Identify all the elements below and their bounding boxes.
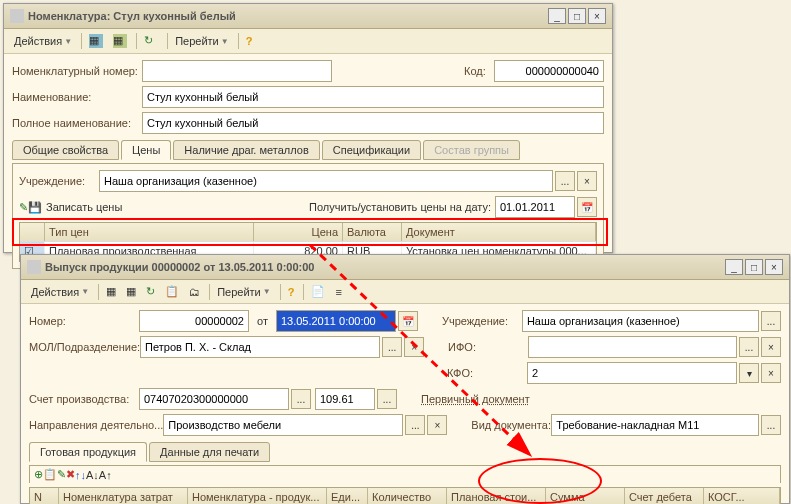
sort-desc-icon[interactable]: А↑: [99, 469, 112, 481]
toolbar-icon-3[interactable]: ↻: [140, 32, 162, 50]
label-code: Код:: [464, 65, 494, 77]
close-button[interactable]: ×: [588, 8, 606, 24]
calendar-icon[interactable]: 📅: [398, 311, 418, 331]
date-input[interactable]: [495, 196, 575, 218]
window-title: Номенклатура: Стул кухонный белый: [28, 10, 546, 22]
num-input[interactable]: [139, 310, 249, 332]
col-qty[interactable]: Количество: [368, 488, 447, 504]
maximize-button[interactable]: □: [568, 8, 586, 24]
tab-prices[interactable]: Цены: [121, 140, 171, 160]
select-button[interactable]: ...: [405, 415, 425, 435]
actions-menu[interactable]: Действия▼: [10, 33, 76, 49]
delete-row-icon[interactable]: ✖: [66, 468, 75, 481]
help-icon[interactable]: ?: [284, 284, 299, 300]
select-button[interactable]: ...: [382, 337, 402, 357]
label-getset: Получить/установить цены на дату:: [309, 201, 491, 213]
products-grid: N Номенклатура затрат Номенклатура - про…: [29, 487, 781, 504]
col-currency[interactable]: Валюта: [343, 223, 402, 241]
org-input[interactable]: [99, 170, 553, 192]
label-ifo: ИФО:: [448, 341, 528, 353]
col-doc[interactable]: Документ: [402, 223, 596, 241]
help-icon[interactable]: ?: [242, 33, 257, 49]
col-kosg[interactable]: КОСГ...: [704, 488, 780, 504]
toolbar-icon[interactable]: 📄: [307, 283, 329, 300]
clear-button[interactable]: ×: [427, 415, 447, 435]
col-deb[interactable]: Счет дебета: [625, 488, 704, 504]
app-icon: [27, 260, 41, 274]
acct2-input[interactable]: [315, 388, 375, 410]
label-org: Учреждение:: [442, 315, 522, 327]
toolbar-2: Действия▼ ▦ ▦ ↻ 📋 🗂 Перейти▼ ? 📄 ≡: [21, 280, 789, 304]
save-icon[interactable]: 💾: [28, 201, 42, 214]
org-select-button[interactable]: ...: [555, 171, 575, 191]
write-prices-link[interactable]: Записать цены: [46, 201, 122, 213]
actions-menu[interactable]: Действия▼: [27, 284, 93, 300]
kfo-input[interactable]: [527, 362, 737, 384]
minimize-button[interactable]: _: [725, 259, 743, 275]
primary-doc-link[interactable]: Первичный документ: [421, 393, 530, 405]
titlebar-output: Выпуск продукции 00000002 от 13.05.2011 …: [21, 255, 789, 280]
tab-specs[interactable]: Спецификации: [322, 140, 421, 160]
select-button[interactable]: ...: [377, 389, 397, 409]
mol-input[interactable]: [140, 336, 380, 358]
minimize-button[interactable]: _: [548, 8, 566, 24]
label-vid: Вид документа:: [471, 419, 551, 431]
tab-print[interactable]: Данные для печати: [149, 442, 270, 462]
tabs: Общие свойства Цены Наличие драг. металл…: [12, 140, 604, 160]
titlebar-nomenclature: Номенклатура: Стул кухонный белый _ □ ×: [4, 4, 612, 29]
close-button[interactable]: ×: [765, 259, 783, 275]
toolbar-icon[interactable]: ▦: [102, 283, 120, 300]
label-nomnum: Номенклатурный номер:: [12, 65, 142, 77]
app-icon: [10, 9, 24, 23]
dir-input[interactable]: [163, 414, 403, 436]
fullname-input[interactable]: [142, 112, 604, 134]
select-button[interactable]: ...: [761, 415, 781, 435]
select-button[interactable]: ...: [761, 311, 781, 331]
select-button[interactable]: ...: [739, 337, 759, 357]
refresh-icon[interactable]: ↻: [142, 283, 159, 300]
col-n[interactable]: N: [30, 488, 59, 504]
tab-products[interactable]: Готовая продукция: [29, 442, 147, 462]
toolbar-icon-1[interactable]: ▦: [85, 32, 107, 50]
goto-menu[interactable]: Перейти▼: [171, 33, 233, 49]
org-clear-button[interactable]: ×: [577, 171, 597, 191]
name-input[interactable]: [142, 86, 604, 108]
clear-button[interactable]: ×: [761, 337, 781, 357]
toolbar-icon[interactable]: ≡: [331, 284, 345, 300]
label-mol: МОЛ/Подразделение:: [29, 341, 140, 353]
vid-input[interactable]: [551, 414, 759, 436]
col-plan[interactable]: Плановая стои...: [447, 488, 546, 504]
add-row-icon[interactable]: ⊕: [34, 468, 43, 481]
col-ed[interactable]: Еди...: [327, 488, 368, 504]
label-acct: Счет производства:: [29, 393, 139, 405]
col-type[interactable]: Тип цен: [45, 223, 254, 241]
clear-button[interactable]: ×: [761, 363, 781, 383]
col-price[interactable]: Цена: [254, 223, 343, 241]
ifo-input[interactable]: [528, 336, 737, 358]
col-sum[interactable]: Сумма: [546, 488, 625, 504]
code-input[interactable]: [494, 60, 604, 82]
toolbar-icon-2[interactable]: ▦: [109, 32, 131, 50]
tab-general[interactable]: Общие свойства: [12, 140, 119, 160]
goto-menu[interactable]: Перейти▼: [213, 284, 275, 300]
col-nz[interactable]: Номенклатура затрат: [59, 488, 188, 504]
date-input[interactable]: [276, 310, 396, 332]
calendar-icon[interactable]: 📅: [577, 197, 597, 217]
dropdown-button[interactable]: ▾: [739, 363, 759, 383]
label-fullname: Полное наименование:: [12, 117, 142, 129]
toolbar-icon[interactable]: 🗂: [185, 284, 204, 300]
toolbar-icon[interactable]: ▦: [122, 283, 140, 300]
tab-metals[interactable]: Наличие драг. металлов: [173, 140, 319, 160]
org-input[interactable]: [522, 310, 759, 332]
acct1-input[interactable]: [139, 388, 289, 410]
copy-row-icon[interactable]: 📋: [43, 468, 57, 481]
clear-button[interactable]: ×: [404, 337, 424, 357]
select-button[interactable]: ...: [291, 389, 311, 409]
sort-asc-icon[interactable]: A↓: [86, 469, 99, 481]
maximize-button[interactable]: □: [745, 259, 763, 275]
edit-row-icon[interactable]: ✎: [57, 468, 66, 481]
toolbar-icon[interactable]: 📋: [161, 283, 183, 300]
nomnum-input[interactable]: [142, 60, 332, 82]
col-np[interactable]: Номенклатура - продук...: [188, 488, 327, 504]
edit-icon[interactable]: ✎: [19, 201, 28, 214]
